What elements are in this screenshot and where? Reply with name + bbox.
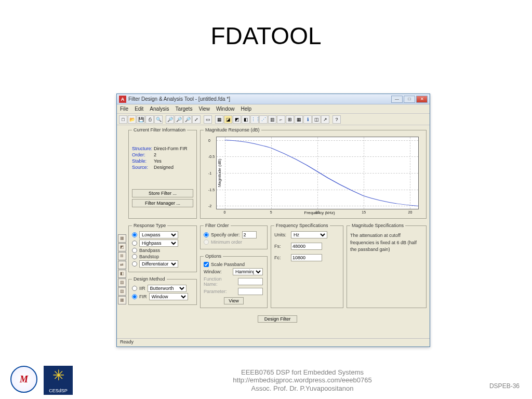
opt-scale-checkbox[interactable] <box>204 262 209 267</box>
info-icon[interactable]: ℹ <box>303 115 312 124</box>
magnitude-response-panel: Magnitude Response (dB) Magnitude (dB) 0… <box>200 127 427 219</box>
filter-manager-button[interactable]: Filter Manager ... <box>132 199 193 207</box>
tb-icon-11[interactable]: ▦ <box>295 115 303 124</box>
rt-lowpass-radio[interactable] <box>132 232 137 237</box>
rt-highpass-select[interactable]: Highpass <box>139 240 178 247</box>
tb-icon-6[interactable]: ⋮⋮ <box>250 115 259 124</box>
dm-iir-select[interactable]: Butterworth <box>148 285 187 292</box>
cesdsp-logo: CESdSP <box>44 366 73 395</box>
tb-icon-10[interactable]: ⊞ <box>286 115 294 124</box>
rt-bandpass-radio[interactable] <box>132 248 137 253</box>
rt-diff-radio[interactable] <box>132 261 137 267</box>
freq-fc-input[interactable] <box>291 254 322 261</box>
tb-icon-8[interactable]: ▥ <box>268 115 276 124</box>
side-icon-2[interactable]: ◩ <box>118 243 126 251</box>
minimize-button[interactable]: — <box>391 96 403 103</box>
rt-lowpass-select[interactable]: Lowpass <box>139 231 178 238</box>
cfi-stable-value: Yes <box>154 158 162 164</box>
zoom-icon[interactable]: 🔎 <box>183 115 192 124</box>
zoomout-icon[interactable]: 🔎 <box>175 115 183 124</box>
fdatool-window: A Filter Design & Analysis Tool - [untit… <box>116 94 430 347</box>
tb-icon-3[interactable]: ◪ <box>224 115 232 124</box>
footer-line2: http://embedsigproc.wordpress.com/eeeb07… <box>73 376 532 384</box>
side-toolbar: ▦ ◩ ⊞ ⇄ ◧ ▧ ▨ ▦ <box>117 125 127 338</box>
tb-icon-9[interactable]: ⌐ <box>277 115 285 124</box>
rt-bandstop-label: Bandstop <box>139 254 159 259</box>
opt-param-label: Parameter: <box>204 289 236 294</box>
zoomin-icon[interactable]: 🔎 <box>166 115 174 124</box>
menu-targets[interactable]: Targets <box>175 106 194 112</box>
store-filter-button[interactable]: Store Filter ... <box>132 189 193 197</box>
tb-icon-12[interactable]: ◫ <box>312 115 321 124</box>
rt-legend: Response Type <box>132 223 167 228</box>
tb-icon-5[interactable]: ◧ <box>242 115 250 124</box>
maximize-button[interactable]: □ <box>404 96 415 103</box>
freq-units-select[interactable]: Hz <box>291 231 327 238</box>
opt-scale-label: Scale Passband <box>211 262 245 267</box>
cfi-source-label: Source: <box>132 165 154 170</box>
tb-icon-7[interactable]: ⋰ <box>259 115 268 124</box>
side-icon-4[interactable]: ⇄ <box>118 261 126 269</box>
freq-fc-label: Fc: <box>274 255 289 260</box>
print-icon[interactable]: ⎙ <box>145 115 154 124</box>
mag-legend: Magnitude Response (dB) <box>204 127 261 132</box>
preview-icon[interactable]: 🔍 <box>154 115 163 124</box>
frequency-spec-panel: Frequency Specifications Units:Hz Fs: Fc… <box>271 223 343 308</box>
freq-fs-input[interactable] <box>291 243 322 250</box>
new-icon[interactable]: □ <box>119 115 127 124</box>
rt-highpass-radio[interactable] <box>132 241 137 246</box>
save-icon[interactable]: 💾 <box>137 115 145 124</box>
dm-fir-radio[interactable] <box>132 294 137 299</box>
design-filter-button[interactable]: Design Filter <box>258 315 298 323</box>
university-logo: M <box>10 366 37 393</box>
cfi-order-value: 2 <box>154 152 156 157</box>
menu-analysis[interactable]: Analysis <box>149 106 170 112</box>
help-icon[interactable]: ? <box>332 115 341 124</box>
tb-icon-4[interactable]: ◩ <box>233 115 241 124</box>
cfi-structure-label: Structure: <box>132 146 154 151</box>
opt-fn-input <box>238 278 263 285</box>
freq-fs-label: Fs: <box>274 244 289 249</box>
side-icon-5[interactable]: ◧ <box>118 270 126 278</box>
cfi-order-label: Order: <box>132 152 154 157</box>
menu-window[interactable]: Window <box>215 106 236 112</box>
dm-fir-label: FIR <box>139 294 147 299</box>
menu-help[interactable]: Help <box>240 106 252 112</box>
close-button[interactable]: ✕ <box>416 96 428 103</box>
dm-iir-radio[interactable] <box>132 286 137 291</box>
rt-bandstop-radio[interactable] <box>132 254 137 259</box>
fo-min-label: Minimum order <box>211 240 242 245</box>
tb-icon-13[interactable]: ↗ <box>321 115 329 124</box>
tb-icon-2[interactable]: ▦ <box>215 115 223 124</box>
slide-title: FDATOOL <box>0 0 532 50</box>
side-icon-7[interactable]: ▨ <box>118 287 126 296</box>
magspec-legend: Magnitude Specifications <box>350 223 405 228</box>
opt-window-select[interactable]: Hamming <box>233 268 263 275</box>
titlebar: A Filter Design & Analysis Tool - [untit… <box>117 94 430 104</box>
side-icon-3[interactable]: ⊞ <box>118 252 126 260</box>
cfi-stable-label: Stable: <box>132 158 154 164</box>
opt-legend: Options <box>204 254 223 259</box>
side-icon-8[interactable]: ▦ <box>118 296 126 304</box>
options-panel: Options Scale Passband Window:Hamming Fu… <box>200 254 268 308</box>
window-title: Filter Design & Analysis Tool - [untitle… <box>128 96 230 102</box>
side-icon-6[interactable]: ▧ <box>118 278 126 287</box>
open-icon[interactable]: 📂 <box>128 115 136 124</box>
menu-file[interactable]: File <box>119 106 129 112</box>
cfi-legend: Current Filter Information <box>132 127 187 132</box>
tb-icon-1[interactable]: ▭ <box>204 115 212 124</box>
menu-view[interactable]: View <box>197 106 211 112</box>
dm-fir-select[interactable]: Window <box>149 293 188 300</box>
dm-legend: Design Method <box>132 276 167 282</box>
side-icon-1[interactable]: ▦ <box>118 234 126 243</box>
menu-edit[interactable]: Edit <box>134 106 144 112</box>
fo-specify-input[interactable] <box>242 231 257 238</box>
opt-view-button[interactable]: View <box>224 297 243 304</box>
fo-min-radio <box>204 240 209 245</box>
rt-diff-select[interactable]: Differentiator <box>139 260 178 268</box>
fo-specify-radio[interactable] <box>204 232 209 237</box>
fit-icon[interactable]: ⤢ <box>192 115 201 124</box>
app-icon: A <box>119 96 126 103</box>
magnitude-chart: Magnitude (dB) 0 -0.5 -1 -1.5 -2 0 5 10 … <box>216 137 419 209</box>
opt-fn-label: Function Name: <box>204 276 236 287</box>
